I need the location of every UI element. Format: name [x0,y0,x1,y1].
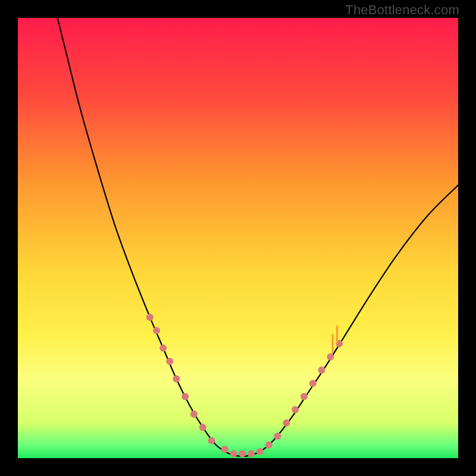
data-marker [265,441,273,449]
data-marker [166,358,173,365]
bottleneck-curve [58,18,458,456]
data-marker [190,411,198,418]
data-marker [309,380,317,387]
watermark-text: TheBottleneck.com [345,2,459,18]
data-marker [327,353,334,361]
data-marker [283,419,290,427]
data-marker [300,393,308,400]
data-marker [153,327,160,334]
data-marker [230,450,237,458]
outer-frame: TheBottleneck.com [0,0,476,476]
data-marker [208,437,215,444]
data-marker [159,345,167,352]
data-marker [274,433,281,440]
data-marker [173,375,180,383]
chart-svg [18,18,458,458]
data-marker [256,448,264,455]
data-marker [239,450,246,458]
data-marker [248,450,255,458]
data-marker [318,367,325,374]
data-marker [199,424,206,431]
data-marker [146,314,154,321]
data-marker [292,406,299,414]
data-marker [181,393,189,400]
data-marker [221,446,228,453]
